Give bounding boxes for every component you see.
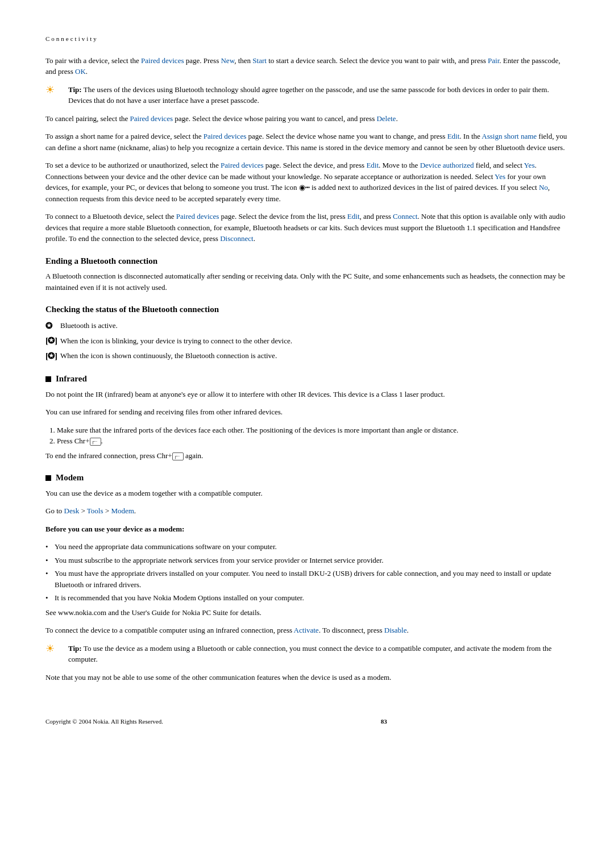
link-disconnect: Disconnect: [220, 234, 253, 243]
paragraph-ir-warning: Do not point the IR (infrared) beam at a…: [45, 389, 569, 400]
text: . To disconnect, press: [319, 626, 384, 634]
paragraph-cancel: To cancel pairing, select the Paired dev…: [45, 113, 569, 124]
heading-infrared: Infrared: [45, 372, 569, 385]
bluetooth-icon: ✪: [45, 319, 60, 333]
status-text: When the icon is blinking, your device i…: [60, 335, 292, 347]
link-edit: Edit: [347, 212, 360, 221]
paragraph-pair: To pair with a device, select the Paired…: [45, 55, 569, 77]
infrared-key-icon: ┌┈: [172, 452, 184, 460]
text: , and press: [360, 212, 393, 221]
heading-modem: Modem: [45, 471, 569, 484]
text: .: [86, 67, 88, 76]
text: To pair with a device, select the: [45, 56, 141, 65]
link-desk: Desk: [64, 506, 80, 515]
link-yes: Yes: [524, 161, 535, 169]
page-header: Connectivity: [45, 34, 569, 44]
page-number: 83: [381, 717, 387, 726]
link-pair: Pair: [488, 56, 499, 65]
text: The users of the devices using Bluetooth…: [68, 85, 549, 105]
text: , then: [234, 56, 252, 65]
paragraph-modem-intro: You can use the device as a modem togeth…: [45, 488, 569, 499]
heading-ending-bluetooth: Ending a Bluetooth connection: [45, 255, 569, 268]
link-activate: Activate: [294, 626, 319, 634]
text: .: [254, 234, 255, 243]
status-row-continuous: [✪] When the icon is shown continuously,…: [45, 350, 569, 363]
bluetooth-connecting-icon: [✪]: [45, 334, 60, 347]
text: To end the infrared connection, press Ch…: [45, 451, 172, 460]
text: page. Select the device whose name you w…: [246, 132, 447, 140]
link-delete: Delete: [376, 114, 396, 123]
text: To set a device to be authorized or unau…: [45, 161, 221, 169]
text: .: [101, 437, 103, 445]
list-item: You must have the appropriate drivers in…: [45, 568, 569, 590]
link-paired-devices: Paired devices: [130, 114, 173, 123]
tip-text: Tip: To use the device as a modem using …: [68, 643, 569, 665]
link-paired-devices: Paired devices: [204, 132, 246, 140]
link-no: No: [539, 183, 548, 192]
paragraph-authorize: To set a device to be authorized or unau…: [45, 160, 569, 204]
link-paired-devices: Paired devices: [141, 56, 184, 65]
status-row-blinking: [✪] When the icon is blinking, your devi…: [45, 334, 569, 347]
page-footer: Copyright © 2004 Nokia. All Rights Reser…: [45, 717, 569, 726]
link-paired-devices: Paired devices: [176, 212, 219, 221]
heading-checking-status: Checking the status of the Bluetooth con…: [45, 303, 569, 316]
square-bullet-icon: [45, 376, 51, 382]
link-ok: OK: [75, 67, 86, 76]
paragraph-ir-end: To end the infrared connection, press Ch…: [45, 450, 569, 462]
list-item: Make sure that the infrared ports of the…: [57, 425, 569, 436]
text: page. Select the device whose pairing yo…: [173, 114, 376, 123]
list-item: You need the appropriate data communicat…: [45, 541, 569, 553]
text: page. Select the device from the list, p…: [219, 212, 347, 221]
text: To connect the device to a compatible co…: [45, 626, 294, 634]
link-tools: Tools: [87, 506, 103, 515]
link-modem: Modem: [111, 506, 134, 515]
text: Press Chr+: [57, 437, 90, 445]
modem-requirements: You need the appropriate data communicat…: [45, 541, 569, 604]
link-disable: Disable: [384, 626, 407, 634]
link-edit: Edit: [366, 161, 379, 169]
tip-label: Tip:: [68, 644, 84, 653]
tip-block: ☀ Tip: The users of the devices using Bl…: [45, 84, 569, 106]
link-assign-short-name: Assign short name: [482, 132, 537, 140]
text: page. Press: [184, 56, 221, 65]
link-connect: Connect: [393, 212, 417, 221]
link-yes: Yes: [495, 172, 505, 181]
text: To cancel pairing, select the: [45, 114, 130, 123]
text: to start a device search. Select the dev…: [267, 56, 488, 65]
text: .: [406, 626, 408, 634]
status-text: When the icon is shown continuously, the…: [60, 350, 277, 362]
status-text: Bluetooth is active.: [60, 320, 118, 331]
tip-text: Tip: The users of the devices using Blue…: [68, 84, 569, 106]
text: . Move to the: [379, 161, 420, 169]
bluetooth-connected-icon: [✪]: [45, 350, 60, 363]
device-auth-icon: ◉┅: [299, 183, 310, 192]
text: .: [134, 506, 136, 515]
text: >: [79, 506, 87, 515]
list-item: It is recommended that you have Nokia Mo…: [45, 592, 569, 604]
paragraph-modem-note: Note that you may not be able to use som…: [45, 672, 569, 683]
text: again.: [184, 451, 204, 460]
text: >: [103, 506, 111, 515]
copyright-text: Copyright © 2004 Nokia. All Rights Reser…: [45, 718, 163, 725]
infrared-steps: Make sure that the infrared ports of the…: [45, 425, 569, 447]
text: To use the device as a modem using a Blu…: [68, 644, 551, 664]
link-edit: Edit: [447, 132, 460, 140]
paragraph-ir-use: You can use infrared for sending and rec…: [45, 406, 569, 418]
status-row-active: ✪ Bluetooth is active.: [45, 319, 569, 333]
square-bullet-icon: [45, 475, 51, 481]
heading-text: Modem: [56, 473, 84, 482]
link-paired-devices: Paired devices: [221, 161, 263, 169]
tip-block: ☀ Tip: To use the device as a modem usin…: [45, 643, 569, 665]
paragraph-see-nokia: See www.nokia.com and the User's Guide f…: [45, 607, 569, 618]
paragraph-ending: A Bluetooth connection is disconnected a…: [45, 271, 569, 293]
text: field, and select: [474, 161, 524, 169]
text: is added next to authorized devices in t…: [310, 183, 539, 192]
paragraph-modem-connect: To connect the device to a compatible co…: [45, 625, 569, 636]
paragraph-shortname: To assign a short name for a paired devi…: [45, 131, 569, 153]
heading-text: Infrared: [56, 374, 87, 383]
infrared-key-icon: ┌┈: [90, 438, 101, 446]
lightbulb-icon: ☀: [45, 84, 58, 97]
text: page. Select the device, and press: [264, 161, 367, 169]
tip-label: Tip:: [68, 85, 84, 94]
link-new: New: [221, 56, 234, 65]
